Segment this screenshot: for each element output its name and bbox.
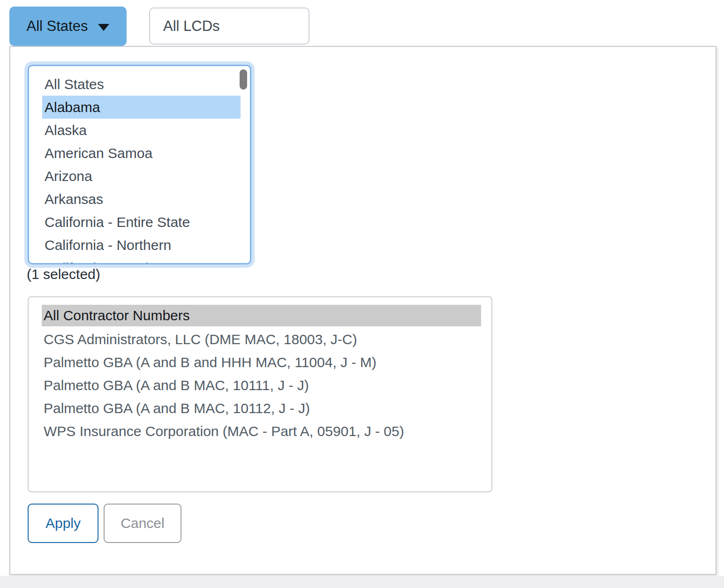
- contractor-option-selected[interactable]: All Contractor Numbers: [42, 305, 481, 326]
- states-filter-button-label: All States: [27, 18, 88, 35]
- contractor-option[interactable]: Palmetto GBA (A and B and HHH MAC, 11004…: [42, 351, 481, 374]
- contractor-option[interactable]: Palmetto GBA (A and B MAC, 10111, J - J): [42, 374, 481, 397]
- apply-button[interactable]: Apply: [28, 504, 98, 543]
- contractor-option[interactable]: WPS Insurance Corporation (MAC - Part A,…: [42, 420, 481, 443]
- state-option[interactable]: American Samoa: [42, 142, 241, 165]
- page-background-strip: [0, 576, 724, 588]
- state-option[interactable]: Alaska: [42, 119, 241, 142]
- state-option[interactable]: Arkansas: [42, 188, 241, 211]
- selection-count: (1 selected): [27, 266, 100, 282]
- state-option[interactable]: California - Entire State: [42, 211, 241, 234]
- state-option[interactable]: All States: [42, 73, 241, 96]
- cancel-button[interactable]: Cancel: [104, 504, 181, 543]
- states-listbox[interactable]: All States Alabama Alaska American Samoa…: [28, 65, 251, 264]
- states-filter-button[interactable]: All States: [9, 7, 127, 46]
- contractor-option[interactable]: CGS Administrators, LLC (DME MAC, 18003,…: [42, 328, 481, 351]
- contractor-option[interactable]: Palmetto GBA (A and B MAC, 10112, J - J): [42, 397, 481, 420]
- caret-down-icon: [98, 24, 109, 31]
- state-option-selected[interactable]: Alabama: [42, 96, 241, 119]
- states-dropdown-panel: All States Alabama Alaska American Samoa…: [9, 46, 716, 575]
- state-option[interactable]: California - Northern: [42, 234, 241, 256]
- scrollbar-thumb[interactable]: [240, 69, 247, 90]
- lcd-filter-screen: All States All LCDs All States Alabama A…: [0, 0, 724, 588]
- state-option-clipped[interactable]: California - Southern: [42, 256, 241, 264]
- lcds-filter-label: All LCDs: [163, 18, 220, 35]
- lcds-filter-button[interactable]: All LCDs: [149, 8, 309, 45]
- contractors-listbox[interactable]: All Contractor Numbers CGS Administrator…: [28, 296, 492, 492]
- state-option[interactable]: Arizona: [42, 165, 241, 188]
